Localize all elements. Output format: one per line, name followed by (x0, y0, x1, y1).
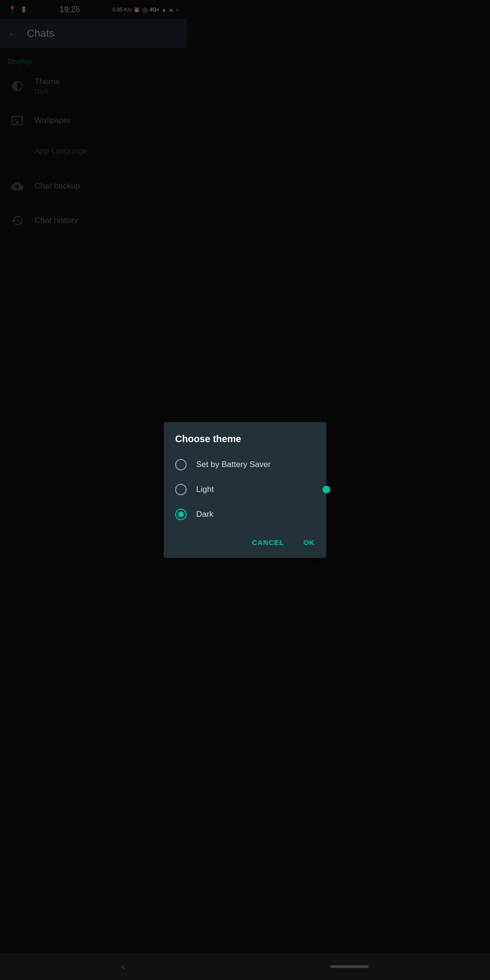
dialog-overlay[interactable]: Choose theme Set by Battery Saver Light … (0, 0, 187, 404)
